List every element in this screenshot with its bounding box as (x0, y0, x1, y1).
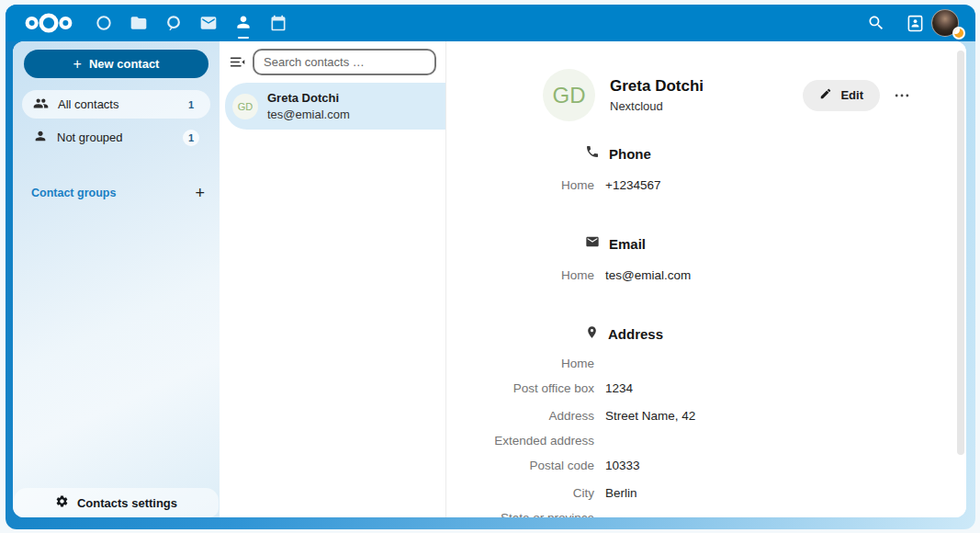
header-right-icons (860, 5, 931, 41)
sidebar-item-label: All contacts (58, 97, 174, 111)
section-phone: PhoneHome+1234567 (446, 144, 966, 196)
contact-list-column: GDGreta Dotchites@emial.com (220, 41, 446, 517)
talk-icon[interactable] (156, 5, 191, 41)
collapse-navigation-icon[interactable] (227, 52, 247, 73)
group-icon (33, 96, 49, 114)
contact-avatar: GD (543, 69, 595, 121)
away-status-icon (952, 27, 965, 40)
property-row: Postal code10333 (446, 454, 966, 476)
property-label: Postal code (446, 459, 594, 472)
property-label: State or province (446, 511, 594, 518)
edit-contact-button[interactable]: Edit (803, 80, 880, 111)
sidebar-spacer (13, 204, 220, 488)
property-label: Home (446, 268, 594, 282)
contact-item-name: Greta Dotchi (267, 90, 350, 107)
contact-details-header: GD Greta Dotchi Nextcloud Edit (446, 41, 966, 121)
property-label: City (446, 486, 594, 500)
contacts-menu-icon[interactable] (898, 5, 931, 41)
contact-groups-header: Contact groups (31, 187, 195, 199)
pencil-icon (819, 87, 832, 103)
property-row: AddressStreet Name, 42 (446, 404, 966, 426)
top-header-bar (6, 5, 975, 41)
property-value[interactable]: tes@emial.com (605, 268, 691, 282)
sidebar-item-list: All contacts1Not grouped1 (13, 90, 220, 156)
new-contact-button[interactable]: + New contact (24, 50, 208, 78)
property-label: Post office box (446, 381, 594, 395)
files-icon[interactable] (121, 5, 156, 41)
section-title: Email (609, 236, 646, 252)
contacts-sidebar: + New contact All contacts1Not grouped1 … (13, 41, 220, 517)
app-content: + New contact All contacts1Not grouped1 … (13, 41, 966, 517)
property-row: Extended address (446, 432, 966, 448)
section-title: Address (608, 326, 663, 342)
search-icon[interactable] (860, 5, 893, 41)
property-label: Extended address (446, 434, 594, 448)
email-icon (585, 234, 600, 253)
contact-organization: Nextcloud (610, 99, 704, 113)
property-label: Home (446, 357, 594, 370)
new-contact-label: New contact (89, 57, 160, 71)
contacts-settings-button[interactable]: Contacts settings (14, 488, 219, 517)
nextcloud-logo-icon[interactable] (22, 11, 77, 35)
property-row: Hometes@emial.com (446, 264, 966, 286)
contacts-settings-label: Contacts settings (77, 496, 177, 510)
add-group-button[interactable]: + (195, 185, 205, 201)
property-value[interactable]: +1234567 (605, 178, 660, 192)
sidebar-item-not-grouped[interactable]: Not grouped1 (22, 123, 210, 152)
address-icon (585, 324, 599, 344)
property-row: State or province (446, 509, 966, 517)
property-value[interactable]: Berlin (605, 486, 637, 500)
scrollbar[interactable] (957, 51, 964, 455)
contact-identity: Greta Dotchi Nextcloud (610, 77, 704, 113)
contacts-icon[interactable] (226, 5, 261, 41)
screenshot-frame: + New contact All contacts1Not grouped1 … (0, 0, 980, 533)
contact-name: Greta Dotchi (610, 77, 704, 96)
property-row: Home (446, 355, 966, 371)
search-contacts-input[interactable] (253, 49, 436, 75)
count-badge: 1 (183, 130, 199, 146)
gear-icon (55, 494, 69, 511)
contact-texts: Greta Dotchites@emial.com (267, 90, 350, 122)
contact-list: GDGreta Dotchites@emial.com (220, 81, 445, 130)
contact-item-email: tes@emial.com (267, 107, 350, 123)
more-actions-icon[interactable] (893, 80, 911, 111)
calendar-icon[interactable] (261, 5, 296, 41)
nextcloud-app-window: + New contact All contacts1Not grouped1 … (6, 5, 975, 529)
plus-icon: + (73, 56, 82, 73)
section-header: Address (446, 324, 966, 344)
section-header: Phone (446, 144, 966, 163)
contact-list-item[interactable]: GDGreta Dotchites@emial.com (225, 83, 445, 130)
property-label: Address (446, 409, 594, 423)
property-value[interactable]: 10333 (605, 459, 640, 472)
contact-initials-avatar: GD (232, 94, 258, 119)
property-row: CityBerlin (446, 482, 966, 504)
count-badge: 1 (183, 96, 199, 113)
contact-detail-sections: PhoneHome+1234567EmailHometes@emial.comA… (446, 121, 966, 517)
edit-label: Edit (840, 88, 863, 102)
section-header: Email (446, 234, 966, 253)
sidebar-item-all-contacts[interactable]: All contacts1 (22, 90, 210, 119)
section-email: EmailHometes@emial.com (446, 234, 966, 286)
app-navigation-icons (86, 5, 296, 41)
mail-icon[interactable] (191, 5, 226, 41)
person-icon (33, 129, 48, 146)
property-value[interactable]: Street Name, 42 (605, 409, 695, 423)
property-row: Home+1234567 (446, 174, 966, 196)
section-title: Phone (609, 146, 651, 162)
sidebar-item-label: Not grouped (57, 130, 174, 144)
contact-groups-row: Contact groups + (13, 182, 220, 204)
property-label: Home (446, 178, 594, 192)
property-row: Post office box1234 (446, 377, 966, 399)
section-address: AddressHomePost office box1234AddressStr… (446, 324, 966, 517)
contact-details-pane: GD Greta Dotchi Nextcloud Edit (446, 41, 966, 517)
phone-icon (585, 144, 600, 163)
dashboard-icon[interactable] (86, 5, 121, 41)
property-value[interactable]: 1234 (605, 381, 633, 395)
user-avatar[interactable] (931, 5, 963, 41)
contact-list-toolbar (220, 49, 445, 81)
